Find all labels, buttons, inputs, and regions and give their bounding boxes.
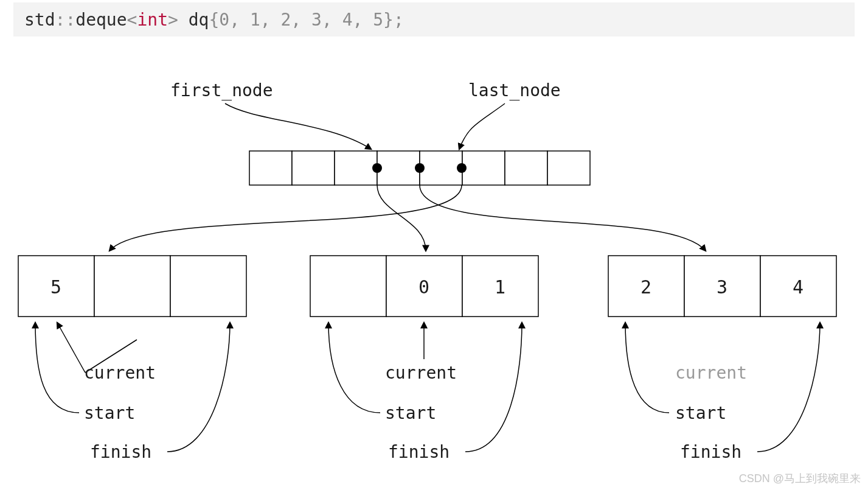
map-dot-2 [457,163,467,173]
chunk-1-cell-1: 0 [418,276,429,298]
chunk-1-finish-arrow [465,323,522,452]
chunk-1-finish-label: finish [388,442,450,462]
chunk-1-cell-2: 1 [495,276,505,298]
chunk-2-current-label: current [675,363,747,383]
svg-rect-7 [547,151,590,185]
code-line: std::deque<int> dq{0, 1, 2, 3, 4, 5}; [24,10,404,30]
chunk-2-cell-0: 2 [641,276,651,298]
chunk-0-cell-0: 5 [50,276,61,298]
arrow-first-node [225,103,371,149]
chunk-2: 2 3 4 [608,256,836,317]
chunk-0-start-label: start [84,403,135,423]
svg-rect-0 [249,151,292,185]
svg-rect-11 [310,256,386,317]
svg-rect-6 [505,151,547,185]
chunk-0: 5 [18,256,246,317]
map-array [249,151,590,185]
chunk-2-finish-arrow [757,323,820,452]
svg-rect-3 [377,151,420,185]
chunk-0-finish-arrow [167,323,230,452]
chunk-1: 0 1 [310,256,538,317]
svg-rect-5 [462,151,505,185]
map-dot-1 [415,163,425,173]
chunk-1-start-label: start [385,403,436,423]
first-node-label: first_node [170,80,273,101]
chunk-1-start-arrow [328,323,380,413]
chunk-0-start-arrow [35,323,79,413]
arrow-map-to-chunk-right [420,185,706,251]
arrow-map-to-chunk-mid [377,185,426,251]
chunk-1-current-label: current [385,363,457,383]
svg-rect-1 [292,151,335,185]
svg-rect-4 [420,151,462,185]
svg-rect-2 [335,151,377,185]
chunk-0-current-label: current [84,363,156,383]
chunk-0-finish-label: finish [90,442,151,462]
chunk-2-cell-2: 4 [793,276,804,298]
chunk-2-start-arrow [625,323,669,413]
svg-rect-9 [94,256,170,317]
watermark: CSDN @马上到我碗里来 [739,472,861,485]
chunk-0-current-arrow [57,323,85,373]
svg-rect-10 [170,256,246,317]
arrow-last-node [459,103,505,149]
chunk-2-finish-label: finish [680,442,741,462]
chunk-2-cell-1: 3 [717,276,727,298]
map-dot-0 [372,163,382,173]
last-node-label: last_node [468,80,561,101]
arrow-map-to-chunk-left [109,185,462,251]
chunk-2-start-label: start [675,403,726,423]
